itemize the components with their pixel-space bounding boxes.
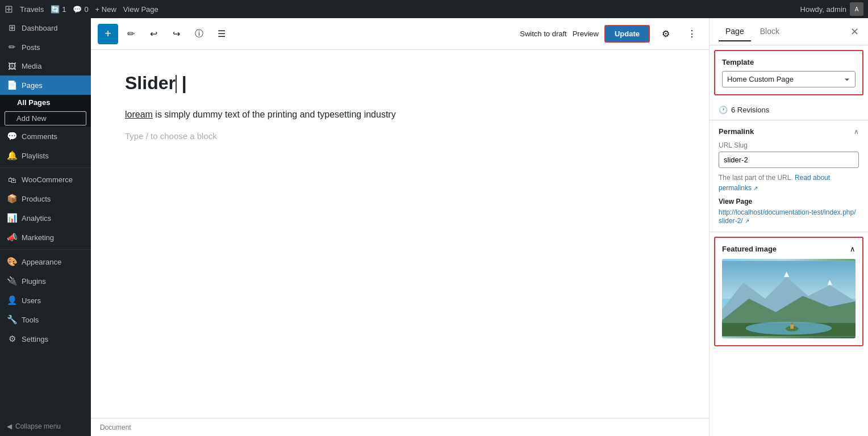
- plugins-icon: 🔌: [7, 276, 17, 286]
- cursor-indicator: [176, 75, 177, 93]
- updates-icon: 🔄: [51, 5, 60, 14]
- editor-toolbar: + ✏ ↩ ↪ ⓘ ☰ Switch to draft Preview Upda…: [91, 18, 709, 50]
- permalink-header: Permalink ∧: [719, 127, 859, 136]
- sidebar-item-comments[interactable]: 💬 Comments: [0, 127, 91, 146]
- tools-icon: 🔧: [7, 315, 17, 325]
- featured-chevron-icon[interactable]: ∧: [850, 245, 856, 253]
- wp-logo-icon: ⊞: [5, 3, 13, 15]
- appearance-icon: 🎨: [7, 257, 17, 267]
- lorem-underline: loream: [125, 110, 153, 119]
- sidebar-item-settings[interactable]: ⚙ Settings: [0, 329, 91, 349]
- panel-settings-button[interactable]: ⚙: [656, 24, 676, 44]
- permalink-section: Permalink ∧ URL Slug The last part of th…: [710, 120, 868, 232]
- collapse-menu[interactable]: ◀ Collapse menu: [0, 417, 91, 436]
- site-name[interactable]: Travels: [20, 5, 44, 14]
- url-slug-label: URL Slug: [719, 141, 859, 149]
- sidebar-item-plugins[interactable]: 🔌 Plugins: [0, 271, 91, 291]
- panel-header: Page Block ✕: [710, 18, 868, 45]
- template-section: Template Default template Home Custom Pa…: [714, 50, 863, 95]
- edit-mode-button[interactable]: ✏: [120, 24, 141, 44]
- view-page-item[interactable]: View Page: [123, 5, 158, 14]
- new-item[interactable]: + New: [95, 5, 116, 14]
- editor-container: + ✏ ↩ ↪ ⓘ ☰ Switch to draft Preview Upda…: [91, 18, 709, 436]
- comments-nav-icon: 💬: [7, 131, 17, 141]
- products-icon: 📦: [7, 194, 17, 204]
- admin-bar: ⊞ Travels 🔄 1 💬 0 + New View Page Howdy,…: [0, 0, 868, 18]
- sidebar: ⊞ Dashboard ✏ Posts 🖼 Media 📄 Pages All …: [0, 18, 91, 436]
- analytics-icon: 📊: [7, 213, 17, 223]
- posts-icon: ✏: [7, 42, 17, 52]
- users-icon: 👤: [7, 295, 17, 305]
- block-placeholder[interactable]: Type / to choose a block: [125, 131, 675, 141]
- toolbar-right: Switch to draft Preview Update ⚙ ⋮: [520, 24, 702, 44]
- featured-image-header: Featured image ∧: [722, 245, 856, 253]
- tab-block[interactable]: Block: [753, 22, 786, 41]
- panel-close-button[interactable]: ✕: [850, 27, 859, 37]
- undo-button[interactable]: ↩: [143, 24, 164, 44]
- revisions-clock-icon: 🕐: [719, 106, 728, 114]
- info-button[interactable]: ⓘ: [189, 24, 209, 44]
- main-layout: ⊞ Dashboard ✏ Posts 🖼 Media 📄 Pages All …: [0, 18, 868, 436]
- comments-item[interactable]: 💬 0: [73, 5, 88, 14]
- add-block-button[interactable]: +: [98, 24, 118, 44]
- sidebar-item-products[interactable]: 📦 Products: [0, 189, 91, 208]
- sidebar-item-marketing[interactable]: 📣 Marketing: [0, 228, 91, 247]
- sidebar-item-posts[interactable]: ✏ Posts: [0, 37, 91, 57]
- permalink-chevron-icon[interactable]: ∧: [854, 128, 859, 136]
- update-button[interactable]: Update: [604, 25, 650, 43]
- revisions-row[interactable]: 🕐 6 Revisions: [710, 100, 868, 120]
- admin-bar-right: Howdy, admin A: [800, 2, 863, 16]
- document-label: Document: [100, 424, 131, 431]
- svg-rect-9: [790, 324, 794, 329]
- dashboard-icon: ⊞: [7, 23, 17, 33]
- add-new-page-item[interactable]: Add New: [5, 111, 86, 125]
- sidebar-divider-2: [0, 249, 91, 250]
- page-title[interactable]: Slider: [125, 73, 675, 94]
- editor-body-text[interactable]: loream is simply dummy text of the print…: [125, 107, 675, 122]
- sidebar-item-tools[interactable]: 🔧 Tools: [0, 310, 91, 329]
- preview-link[interactable]: Preview: [573, 30, 599, 38]
- tab-page[interactable]: Page: [719, 22, 751, 41]
- settings-icon: ⚙: [7, 334, 17, 344]
- pages-submenu: All Pages Add New: [0, 95, 91, 127]
- media-icon: 🖼: [7, 61, 17, 71]
- template-title: Template: [722, 58, 856, 66]
- featured-image-section: Featured image ∧: [714, 237, 863, 346]
- document-bar: Document: [91, 418, 709, 436]
- sidebar-item-dashboard[interactable]: ⊞ Dashboard: [0, 18, 91, 37]
- more-options-button[interactable]: ⋮: [682, 24, 702, 44]
- sidebar-item-woocommerce[interactable]: 🛍 WooCommerce: [0, 170, 91, 189]
- featured-image-title: Featured image: [722, 245, 777, 253]
- external-link-icon: ↗: [753, 185, 758, 191]
- template-select[interactable]: Default template Home Custom Page Full W…: [722, 71, 856, 87]
- avatar[interactable]: A: [850, 2, 863, 16]
- playlists-icon: 🔔: [7, 150, 17, 161]
- view-page-url[interactable]: http://localhost/documentation-test/inde…: [719, 208, 856, 225]
- switch-to-draft-link[interactable]: Switch to draft: [520, 30, 566, 38]
- howdy-text: Howdy, admin: [800, 5, 846, 14]
- marketing-icon: 📣: [7, 232, 17, 242]
- pages-icon: 📄: [7, 80, 17, 90]
- sidebar-item-pages[interactable]: 📄 Pages: [0, 76, 91, 95]
- all-pages-item[interactable]: All Pages: [0, 95, 91, 110]
- updates-item[interactable]: 🔄 1: [51, 5, 66, 14]
- sidebar-item-playlists[interactable]: 🔔 Playlists: [0, 146, 91, 165]
- permalink-description: The last part of the URL. Read about per…: [719, 173, 859, 193]
- redo-button[interactable]: ↪: [166, 24, 186, 44]
- editor-content[interactable]: Slider loream is simply dummy text of th…: [91, 50, 709, 418]
- sidebar-item-analytics[interactable]: 📊 Analytics: [0, 208, 91, 228]
- woo-icon: 🛍: [7, 175, 17, 185]
- sidebar-item-media[interactable]: 🖼 Media: [0, 57, 91, 76]
- url-slug-input[interactable]: [719, 152, 859, 168]
- permalink-title: Permalink: [719, 127, 754, 136]
- sidebar-item-users[interactable]: 👤 Users: [0, 291, 91, 310]
- sidebar-divider-1: [0, 167, 91, 168]
- list-view-button[interactable]: ☰: [211, 24, 232, 44]
- featured-image-svg: [722, 259, 856, 338]
- comments-icon: 💬: [73, 5, 82, 14]
- view-page-external-icon: ↗: [745, 218, 749, 224]
- sidebar-item-appearance[interactable]: 🎨 Appearance: [0, 252, 91, 271]
- right-panel: Page Block ✕ Template Default template H…: [709, 18, 868, 436]
- featured-image-preview[interactable]: [722, 259, 856, 338]
- collapse-icon: ◀: [7, 422, 12, 430]
